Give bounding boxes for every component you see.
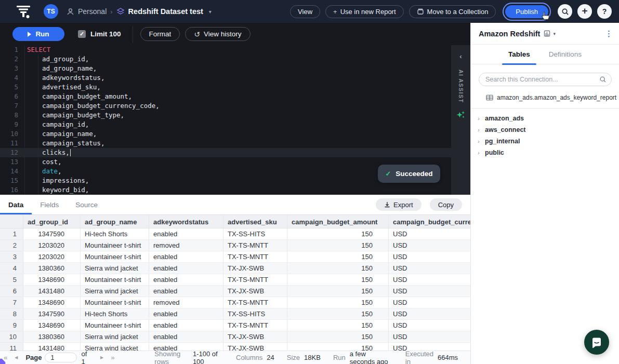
- table-cell[interactable]: 150: [287, 251, 389, 262]
- table-cell[interactable]: 150: [287, 274, 389, 285]
- table-cell[interactable]: enabled: [149, 286, 223, 296]
- table-cell[interactable]: Mountaineer t-shirt: [81, 251, 149, 262]
- table-cell[interactable]: TX-TS-MNTT: [223, 320, 287, 331]
- limit-checkbox-group[interactable]: ✓ Limit 100: [78, 30, 121, 38]
- column-header[interactable]: adkeywordstatus: [149, 215, 223, 228]
- sidebar-tab-definitions[interactable]: Definitions: [543, 45, 588, 64]
- table-cell[interactable]: 150: [287, 320, 389, 331]
- code-line[interactable]: 7campaign_budget_currency_code,: [0, 101, 470, 111]
- table-cell[interactable]: 150: [287, 297, 389, 308]
- table-row[interactable]: 51348690Mountaineer t-shirtenabledTX-TS-…: [0, 274, 470, 286]
- code-line[interactable]: 10campaign_name,: [0, 129, 470, 139]
- table-cell[interactable]: Mountaineer t-shirt: [81, 274, 149, 285]
- code-line[interactable]: 11campaign_status,: [0, 139, 470, 148]
- table-cell[interactable]: Hi-tech Shorts: [81, 308, 149, 319]
- table-cell[interactable]: 150: [287, 331, 389, 342]
- results-tab-source[interactable]: Source: [67, 195, 106, 214]
- column-header[interactable]: campaign_budget_amount: [287, 215, 389, 228]
- table-cell[interactable]: USD: [389, 228, 470, 239]
- ai-assist-panel[interactable]: ‹ AI ASSIST: [451, 45, 470, 195]
- code-line[interactable]: 5advertised_sku,: [0, 83, 470, 92]
- table-row[interactable]: 11347590Hi-tech ShortsenabledTX-SS-HITS1…: [0, 228, 470, 240]
- table-cell[interactable]: 1431480: [23, 343, 81, 350]
- schema-item-aws_connect[interactable]: ›aws_connect: [471, 124, 619, 136]
- table-row[interactable]: 41380360Sierra wind jacketenabledTX-JX-S…: [0, 263, 470, 274]
- chat-launcher-button[interactable]: [584, 330, 609, 355]
- schema-item-pg_internal[interactable]: ›pg_internal: [471, 136, 619, 147]
- table-cell[interactable]: enabled: [149, 263, 223, 274]
- connection-chevron-down-icon[interactable]: ▾: [553, 31, 556, 36]
- table-cell[interactable]: 1203020: [23, 251, 81, 262]
- code-line[interactable]: 8campaign_budget_type,: [0, 111, 470, 120]
- table-cell[interactable]: USD: [389, 263, 470, 274]
- column-header[interactable]: campaign_budget_currenc: [389, 215, 470, 228]
- connection-menu-icon[interactable]: ⋮: [605, 29, 613, 38]
- next-page-icon[interactable]: ▶: [100, 355, 103, 360]
- code-line[interactable]: 6campaign_budget_amount,: [0, 92, 470, 101]
- format-button[interactable]: Format: [140, 27, 180, 41]
- connection-title[interactable]: Amazon Redshift: [479, 30, 540, 38]
- table-row[interactable]: 61431480Sierra wind jacketenabledTX-JX-S…: [0, 286, 470, 297]
- pinned-table-item[interactable]: amazon_ads.amazon_ads_keyword_report: [486, 94, 612, 101]
- table-cell[interactable]: enabled: [149, 228, 223, 239]
- page-number-input[interactable]: [45, 353, 77, 362]
- table-cell[interactable]: USD: [389, 331, 470, 342]
- connection-search-input[interactable]: [479, 73, 612, 86]
- table-cell[interactable]: 1348690: [23, 274, 81, 285]
- table-cell[interactable]: USD: [389, 240, 470, 251]
- table-cell[interactable]: TX-TS-MNTT: [223, 240, 287, 251]
- view-button[interactable]: View: [290, 5, 320, 18]
- code-line[interactable]: 1SELECT: [0, 45, 470, 55]
- column-header[interactable]: ad_group_name: [81, 215, 149, 228]
- results-tab-fields[interactable]: Fields: [32, 195, 67, 214]
- results-tab-data[interactable]: Data: [0, 195, 32, 214]
- schema-item-amazon_ads[interactable]: ›amazon_ads: [471, 113, 619, 124]
- table-cell[interactable]: TX-JX-SWB: [223, 263, 287, 274]
- table-cell[interactable]: Mountaineer t-shirt: [81, 240, 149, 251]
- table-cell[interactable]: enabled: [149, 251, 223, 262]
- title-chevron-down-icon[interactable]: ▾: [209, 9, 212, 15]
- table-cell[interactable]: 150: [287, 308, 389, 319]
- table-cell[interactable]: TX-TS-MNTT: [223, 251, 287, 262]
- table-cell[interactable]: USD: [389, 308, 470, 319]
- table-cell[interactable]: 1380360: [23, 263, 81, 274]
- view-history-button[interactable]: ↺ View history: [185, 27, 250, 41]
- create-new-button[interactable]: +: [577, 4, 592, 19]
- column-header[interactable]: ad_group_id: [23, 215, 81, 228]
- schema-item-public[interactable]: ›public: [471, 147, 619, 158]
- code-line[interactable]: 12clicks,: [0, 148, 470, 157]
- app-logo-icon[interactable]: [16, 4, 31, 19]
- first-page-icon[interactable]: «: [4, 354, 7, 361]
- table-cell[interactable]: 1431480: [23, 286, 81, 296]
- use-in-new-report-button[interactable]: + Use in new Report: [325, 5, 404, 18]
- table-cell[interactable]: 1348690: [23, 297, 81, 308]
- table-cell[interactable]: Mountaineer t-shirt: [81, 297, 149, 308]
- table-cell[interactable]: TX-TS-MNTT: [223, 274, 287, 285]
- search-button[interactable]: [558, 4, 572, 19]
- table-row[interactable]: 71348690Mountaineer t-shirtremovedTX-TS-…: [0, 297, 470, 308]
- table-cell[interactable]: 150: [287, 228, 389, 239]
- table-cell[interactable]: 1203020: [23, 240, 81, 251]
- table-cell[interactable]: Sierra wind jacket: [81, 286, 149, 296]
- table-cell[interactable]: removed: [149, 297, 223, 308]
- column-header[interactable]: advertised_sku: [223, 215, 287, 228]
- code-line[interactable]: 4adkeywordstatus,: [0, 73, 470, 83]
- document-title[interactable]: Redshift Dataset test: [128, 7, 203, 16]
- table-cell[interactable]: USD: [389, 297, 470, 308]
- move-to-collection-button[interactable]: Move to a Collection: [409, 5, 496, 18]
- table-cell[interactable]: Hi-tech Shorts: [81, 228, 149, 239]
- table-row[interactable]: 21203020Mountaineer t-shirtremovedTX-TS-…: [0, 240, 470, 251]
- prev-page-icon[interactable]: ◀: [15, 355, 18, 360]
- table-cell[interactable]: enabled: [149, 274, 223, 285]
- table-cell[interactable]: Mountaineer t-shirt: [81, 320, 149, 331]
- table-cell[interactable]: TX-SS-HITS: [223, 228, 287, 239]
- avatar[interactable]: TS: [44, 4, 58, 19]
- table-cell[interactable]: TX-JX-SWB: [223, 331, 287, 342]
- table-row[interactable]: 101380360Sierra wind jacketenabledTX-JX-…: [0, 331, 470, 343]
- table-row[interactable]: 81347590Hi-tech ShortsenabledTX-SS-HITS1…: [0, 308, 470, 320]
- table-cell[interactable]: enabled: [149, 320, 223, 331]
- table-cell[interactable]: Sierra wind jacket: [81, 263, 149, 274]
- table-cell[interactable]: Sierra wind jacket: [81, 331, 149, 342]
- breadcrumb-workspace[interactable]: Personal: [78, 7, 107, 16]
- copy-button[interactable]: Copy: [430, 198, 462, 211]
